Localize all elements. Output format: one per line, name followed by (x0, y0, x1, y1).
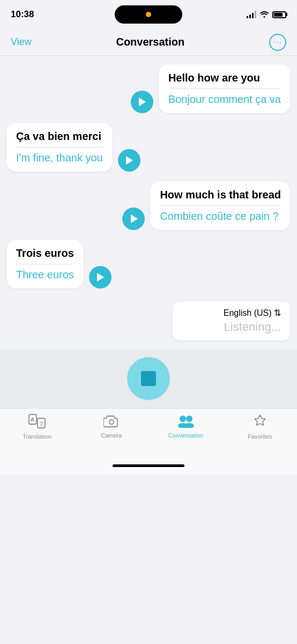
message-bubble-3: How much is that bread Combien coûte ce … (6, 181, 291, 230)
bubble-4: Trois euros Three euros (6, 240, 84, 288)
bubble-translation-text-1: Bonjour comment ça va (168, 93, 281, 106)
play-triangle-icon-3 (131, 214, 138, 223)
tab-translation[interactable]: A 文 Translation (0, 414, 75, 440)
mic-area (0, 349, 297, 408)
bubble-translation-text-2: I'm fine, thank you (16, 152, 103, 164)
message-bubble-4: Trois euros Three euros (6, 240, 291, 288)
svg-text:A: A (31, 417, 34, 423)
home-bar (113, 464, 184, 467)
bubble-original-text-1: Hello how are you (168, 72, 281, 89)
status-bar: 10:38 (0, 0, 297, 29)
status-icons (247, 10, 286, 19)
signal-icon (247, 11, 256, 18)
tab-conversation-label: Conversation (168, 432, 203, 439)
svg-point-6 (186, 416, 192, 422)
pill-dot (146, 12, 151, 17)
bubble-1: Hello how are you Bonjour comment ça va (159, 64, 291, 113)
play-triangle-icon-4 (97, 273, 104, 282)
play-button-3[interactable] (122, 208, 145, 230)
tab-conversation[interactable]: Conversation (148, 414, 223, 439)
stop-button[interactable] (127, 357, 170, 400)
listening-placeholder: Listening... (224, 320, 281, 334)
battery-icon (272, 11, 286, 18)
bubble-original-text-3: How much is that bread (160, 189, 281, 206)
nav-bar: View Conversation ··· (0, 29, 297, 56)
listening-language[interactable]: English (US) ⇅ (224, 308, 281, 318)
home-indicator (0, 456, 297, 475)
chat-area: Hello how are you Bonjour comment ça va … (0, 56, 297, 297)
bubble-translation-text-4: Three euros (16, 269, 74, 281)
tab-favorites[interactable]: Favorites (223, 414, 298, 440)
play-button-1[interactable] (131, 91, 153, 113)
tab-camera-label: Camera (101, 432, 122, 439)
wifi-icon (259, 10, 269, 19)
nav-title: Conversation (116, 36, 184, 48)
listening-box: English (US) ⇅ Listening... (173, 301, 291, 340)
play-button-4[interactable] (89, 266, 112, 288)
message-bubble-2: Ça va bien merci I'm fine, thank you (6, 123, 291, 172)
camera-icon (103, 414, 120, 430)
tab-favorites-label: Favorites (248, 433, 272, 440)
bubble-original-text-4: Trois euros (16, 247, 74, 264)
more-button[interactable]: ··· (269, 34, 286, 51)
tab-camera[interactable]: Camera (75, 414, 149, 439)
message-bubble-1: Hello how are you Bonjour comment ça va (6, 64, 291, 113)
bubble-3: How much is that bread Combien coûte ce … (150, 181, 291, 230)
bubble-2: Ça va bien merci I'm fine, thank you (6, 123, 113, 172)
translate-icon: A 文 (28, 414, 46, 431)
play-button-2[interactable] (118, 149, 140, 172)
view-button[interactable]: View (11, 36, 32, 48)
bubble-translation-text-3: Combien coûte ce pain ? (160, 210, 281, 223)
play-triangle-icon-2 (126, 156, 133, 165)
star-icon (253, 414, 268, 431)
tab-translation-label: Translation (23, 433, 51, 440)
dynamic-island (115, 5, 182, 24)
bubble-original-text-2: Ça va bien merci (16, 130, 103, 147)
conversation-icon (176, 414, 195, 430)
status-time: 10:38 (11, 9, 48, 20)
svg-text:文: 文 (39, 420, 44, 426)
svg-point-4 (109, 420, 114, 424)
tab-bar: A 文 Translation Camera Conversation (0, 408, 297, 456)
play-triangle-icon (139, 98, 146, 106)
stop-icon (141, 371, 156, 386)
svg-point-5 (180, 416, 186, 422)
